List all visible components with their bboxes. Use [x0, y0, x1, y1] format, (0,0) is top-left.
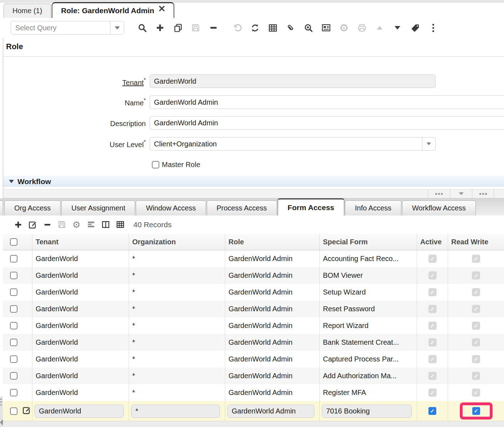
save-icon	[55, 218, 69, 232]
add-icon[interactable]	[11, 218, 25, 232]
table-row[interactable]: GardenWorld * GardenWorld Admin Bank Sta…	[3, 334, 504, 351]
row-checkbox[interactable]	[10, 255, 17, 262]
tab-user-assignment[interactable]: User Assignment	[61, 201, 135, 215]
table-row[interactable]: GardenWorld * GardenWorld Admin Reset Pa…	[3, 301, 504, 317]
tab-partial-sliver[interactable]	[0, 201, 3, 215]
select-query-value[interactable]: Select Query	[11, 21, 110, 34]
refresh-icon[interactable]	[246, 21, 264, 35]
user-level-combobox[interactable]: Client+Organization	[150, 137, 436, 151]
table-row[interactable]: GardenWorld * GardenWorld Admin Add Auth…	[3, 368, 504, 384]
read-write-cell: ✓	[448, 351, 504, 368]
edit-tenant-input[interactable]: GardenWorld	[35, 405, 124, 418]
row-checkbox[interactable]	[10, 389, 17, 396]
tag-icon[interactable]	[406, 21, 424, 35]
table-grid-icon[interactable]	[113, 218, 128, 232]
master-role-label: Master Role	[162, 161, 200, 169]
splitter-collapse-down-button[interactable]	[450, 189, 472, 198]
row-checkbox[interactable]	[10, 339, 17, 346]
table-row[interactable]: GardenWorld * GardenWorld Admin Accounti…	[3, 250, 504, 267]
delete-icon[interactable]	[205, 21, 222, 35]
column-header-active[interactable]: Active	[417, 234, 448, 250]
header-select-all[interactable]	[3, 234, 32, 250]
gear-icon[interactable]: ⚙	[69, 218, 84, 232]
table-row[interactable]: GardenWorld * GardenWorld Admin Register…	[3, 384, 504, 401]
row-checkbox[interactable]	[10, 322, 17, 329]
splitter-collapse-right-button[interactable]	[472, 189, 494, 198]
tenant-label[interactable]: Tenant*	[3, 77, 146, 87]
select-all-checkbox[interactable]	[10, 238, 17, 246]
workflow-section-header[interactable]: Workflow	[3, 176, 504, 187]
master-role-checkbox[interactable]	[152, 161, 159, 168]
tab-org-access[interactable]: Org Access	[4, 201, 61, 215]
expand-down-icon[interactable]	[389, 21, 406, 35]
edit-organization-input[interactable]: *	[131, 405, 220, 418]
row-checkbox[interactable]	[10, 355, 17, 363]
main-toolbar: Select Query	[0, 18, 504, 38]
add-icon[interactable]	[151, 21, 169, 35]
row-checkbox[interactable]	[10, 288, 17, 296]
tab-form-access[interactable]: Form Access	[278, 198, 344, 215]
read-write-checkbox-disabled: ✓	[472, 322, 480, 330]
report-icon[interactable]	[317, 21, 335, 35]
table-row[interactable]: GardenWorld * GardenWorld Admin Setup Wi…	[3, 284, 504, 301]
column-header-read-write[interactable]: Read Write	[448, 234, 504, 250]
column-header-special-form[interactable]: Special Form	[320, 234, 417, 250]
tab-workflow-access[interactable]: Workflow Access	[402, 201, 476, 215]
tab-home[interactable]: Home (1)	[4, 4, 51, 18]
column-header-tenant[interactable]: Tenant	[32, 234, 129, 250]
tab-info-access[interactable]: Info Access	[345, 201, 401, 215]
delete-icon[interactable]	[40, 218, 55, 232]
collapse-left-arrow-icon[interactable]	[0, 419, 3, 426]
attachment-icon[interactable]	[282, 21, 299, 35]
row-checkbox[interactable]	[10, 272, 17, 279]
name-field[interactable]: GardenWorld Admin	[150, 95, 504, 109]
edit-special-form-cell: 7016 Booking	[320, 401, 417, 421]
grid-icon[interactable]	[264, 21, 282, 35]
edit-role-input[interactable]: GardenWorld Admin	[227, 405, 314, 418]
column-header-organization[interactable]: Organization	[129, 234, 225, 250]
tenant-cell: GardenWorld	[32, 368, 129, 384]
split-columns-icon[interactable]	[98, 218, 113, 232]
read-write-cell: ✓	[448, 301, 504, 317]
splitter-collapse-left-button[interactable]	[428, 189, 450, 198]
tab-role-label: Role: GardenWorld Admin	[61, 6, 154, 15]
close-tab-icon[interactable]	[159, 5, 165, 12]
row-checkbox[interactable]	[10, 305, 17, 313]
description-label: Description	[3, 118, 146, 128]
user-level-value[interactable]: Client+Organization	[150, 140, 422, 148]
table-row[interactable]: GardenWorld * GardenWorld Admin BOM View…	[3, 267, 504, 284]
active-checkbox[interactable]: ✓	[428, 407, 436, 415]
splitter-bar[interactable]	[3, 189, 504, 198]
read-write-checkbox[interactable]: ✓	[472, 407, 480, 415]
organization-cell: *	[129, 368, 225, 384]
row-select-cell	[3, 301, 32, 317]
tenant-cell: GardenWorld	[32, 317, 129, 334]
column-header-role[interactable]: Role	[225, 234, 320, 250]
table-edit-row[interactable]: GardenWorld * GardenWorld Admin 7016 Boo…	[3, 401, 504, 421]
row-select-cell	[3, 284, 32, 301]
select-query-dropdown-button[interactable]	[110, 21, 124, 34]
row-checkbox[interactable]	[10, 372, 17, 380]
left-splitter-strip[interactable]	[0, 396, 3, 427]
edit-special-form-input[interactable]: 7016 Booking	[322, 405, 412, 418]
description-field[interactable]: GardenWorld Admin	[150, 116, 504, 130]
table-row[interactable]: GardenWorld * GardenWorld Admin Report W…	[3, 317, 504, 334]
select-query-combobox[interactable]: Select Query	[11, 21, 124, 35]
table-row[interactable]: GardenWorld * GardenWorld Admin Captured…	[3, 351, 504, 368]
edit-icon[interactable]	[25, 218, 40, 232]
user-level-dropdown-button[interactable]	[422, 137, 435, 150]
tab-process-access[interactable]: Process Access	[207, 201, 277, 215]
tab-window-access[interactable]: Window Access	[136, 201, 206, 215]
special-form-cell: Accounting Fact Reco...	[320, 250, 417, 267]
copy-icon[interactable]	[169, 21, 187, 35]
zoom-in-icon[interactable]	[299, 21, 317, 35]
row-checkbox[interactable]	[10, 407, 17, 415]
rows-icon[interactable]	[84, 218, 98, 232]
tab-role-active[interactable]: Role: GardenWorld Admin	[52, 2, 174, 18]
detail-tab-bar: Org Access User Assignment Window Access…	[0, 198, 504, 215]
kebab-menu-icon[interactable]	[424, 21, 442, 35]
active-checkbox-disabled: ✓	[428, 389, 437, 397]
read-write-checkbox-disabled: ✓	[472, 271, 480, 280]
row-select-cell	[3, 384, 32, 401]
search-icon[interactable]	[133, 21, 151, 35]
